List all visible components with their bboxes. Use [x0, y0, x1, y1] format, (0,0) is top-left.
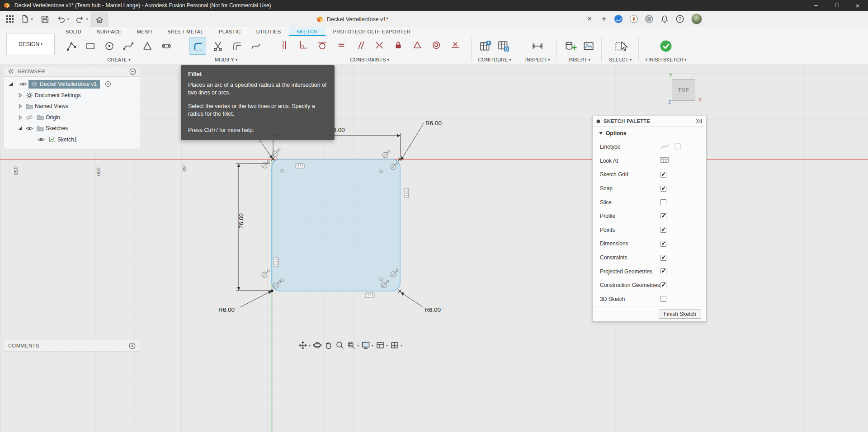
help-button[interactable]: ?	[675, 14, 685, 24]
activate-component-radio[interactable]	[103, 81, 113, 87]
browser-row-root[interactable]: Deckel Verteilerdose v1	[4, 79, 140, 90]
close-document-tab-button[interactable]: ×	[584, 14, 595, 24]
close-button[interactable]: ×	[847, 0, 868, 11]
palette-collapse-button[interactable]	[695, 118, 703, 124]
pan-orbit-button[interactable]	[298, 341, 311, 350]
insert-group-label[interactable]: INSERT	[569, 57, 590, 62]
visibility-toggle[interactable]	[36, 137, 47, 142]
profile-checkbox[interactable]	[660, 213, 666, 219]
tab-mesh[interactable]: MESH	[129, 27, 160, 36]
tangent-constraint-button[interactable]	[317, 40, 328, 52]
root-component-chip[interactable]: Deckel Verteilerdose v1	[28, 80, 100, 89]
options-section-header[interactable]: Options	[593, 127, 706, 140]
tab-prototech-gltf-exporter[interactable]: PROTOTECH GLTF EXPORTER	[326, 27, 419, 36]
expand-toggle[interactable]	[17, 115, 24, 120]
symmetry-constraint-button[interactable]	[374, 40, 385, 52]
constraints-checkbox[interactable]	[660, 255, 666, 261]
dimensions-checkbox[interactable]	[660, 241, 666, 247]
3d-sketch-checkbox[interactable]	[660, 296, 666, 302]
insert-mcmaster-button[interactable]	[563, 39, 578, 53]
expand-toggle[interactable]	[16, 126, 24, 131]
points-checkbox[interactable]	[660, 227, 666, 233]
zoom-button[interactable]	[335, 341, 344, 350]
tab-utilities[interactable]: UTILITIES	[249, 27, 289, 36]
fix-constraint-button[interactable]	[412, 40, 423, 52]
slot-tool-button[interactable]	[159, 39, 174, 53]
linetype-normal-button[interactable]	[660, 143, 670, 151]
look-at-button[interactable]	[660, 157, 669, 164]
tab-plastic[interactable]: PLASTIC	[211, 27, 249, 36]
finish-sketch-button[interactable]	[659, 39, 673, 53]
slice-checkbox[interactable]	[660, 199, 666, 205]
minimize-button[interactable]	[806, 0, 826, 11]
select-group-label[interactable]: SELECT	[609, 57, 632, 62]
redo-button[interactable]	[74, 14, 90, 24]
configure-features-button[interactable]	[496, 39, 511, 53]
user-account-button[interactable]	[691, 14, 703, 24]
browser-row-sketches[interactable]: Sketches	[4, 123, 140, 134]
save-button[interactable]	[39, 14, 51, 24]
view-cube[interactable]: TOP Y X Z	[669, 71, 708, 109]
online-status-button[interactable]	[644, 14, 655, 24]
configuration-table-button[interactable]	[478, 39, 493, 53]
linetype-construction-button[interactable]	[674, 143, 681, 151]
browser-row-sketch1[interactable]: Sketch1	[4, 134, 140, 146]
constraints-group-label[interactable]: CONSTRAINTS	[350, 57, 389, 62]
home-tab-button[interactable]	[91, 12, 108, 27]
tab-sketch[interactable]: SKETCH	[289, 27, 326, 36]
new-document-tab-button[interactable]: +	[599, 14, 609, 24]
notifications-button[interactable]	[659, 14, 670, 24]
break-tool-button[interactable]	[249, 39, 263, 53]
undo-button[interactable]	[55, 14, 71, 24]
job-status-button[interactable]	[628, 14, 639, 24]
construction-geometries-checkbox[interactable]	[660, 282, 666, 288]
tab-sheet-metal[interactable]: SHEET METAL	[160, 27, 211, 36]
browser-row-named-views[interactable]: Named Views	[4, 101, 140, 112]
file-menu-button[interactable]	[19, 14, 34, 24]
offset-tool-button[interactable]	[230, 39, 244, 53]
configure-group-label[interactable]: CONFIGURE	[478, 57, 511, 62]
parallel-constraint-button[interactable]	[355, 40, 366, 52]
maximize-button[interactable]	[826, 0, 847, 11]
horizontal-vertical-constraint-button[interactable]	[279, 40, 290, 52]
browser-row-document-settings[interactable]: Document Settings	[4, 90, 140, 101]
concentric-constraint-button[interactable]	[431, 40, 442, 52]
finish-sketch-group-label[interactable]: FINISH SKETCH	[646, 57, 687, 62]
expand-toggle[interactable]	[17, 93, 24, 98]
perpendicular-constraint-button[interactable]	[298, 40, 309, 52]
equal-constraint-button[interactable]	[336, 40, 347, 52]
projected-geometries-checkbox[interactable]	[660, 268, 666, 274]
spline-tool-button[interactable]	[121, 39, 136, 53]
circle-tool-button[interactable]	[102, 39, 117, 53]
insert-canvas-button[interactable]	[581, 39, 596, 53]
view-cube-face[interactable]: TOP	[672, 79, 695, 101]
zoom-window-button[interactable]	[347, 341, 359, 350]
browser-minimize-button[interactable]	[129, 68, 136, 75]
tab-solid[interactable]: SOLID	[58, 27, 89, 36]
measure-button[interactable]	[530, 39, 545, 53]
app-grid-menu-button[interactable]	[5, 14, 15, 24]
midpoint-constraint-button[interactable]	[450, 40, 461, 52]
grid-and-snaps-button[interactable]	[376, 341, 388, 350]
expand-toggle[interactable]	[4, 82, 18, 86]
viewports-button[interactable]	[390, 341, 402, 350]
expand-toggle[interactable]	[17, 104, 24, 108]
trim-tool-button[interactable]	[211, 39, 225, 53]
modify-group-label[interactable]: MODIFY	[215, 57, 237, 62]
visibility-toggle[interactable]	[24, 126, 35, 131]
line-tool-button[interactable]	[64, 39, 79, 53]
browser-row-origin[interactable]: Origin	[4, 112, 140, 123]
sketch-grid-checkbox[interactable]	[660, 172, 666, 178]
extensions-button[interactable]	[613, 14, 624, 24]
rectangle-tool-button[interactable]	[83, 39, 98, 53]
finish-sketch-palette-button[interactable]: Finish Sketch	[659, 310, 701, 319]
visibility-toggle[interactable]	[18, 81, 28, 87]
snap-checkbox[interactable]	[660, 186, 666, 192]
workspace-selector[interactable]: DESIGN	[6, 33, 55, 55]
visibility-toggle[interactable]	[24, 115, 35, 120]
pan-button[interactable]	[324, 341, 333, 350]
add-comment-button[interactable]	[129, 343, 136, 349]
orbit-button[interactable]	[313, 341, 322, 350]
display-settings-button[interactable]	[361, 341, 373, 350]
tab-surface[interactable]: SURFACE	[89, 27, 129, 36]
